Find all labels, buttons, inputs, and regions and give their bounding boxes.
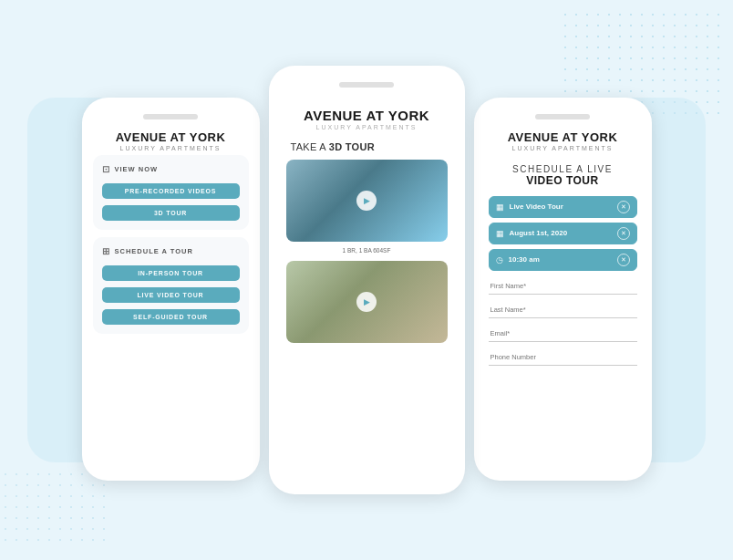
center-content: TAKE A 3D TOUR ▶ 1 BR, 1 BA 604SF ▶ — [282, 141, 452, 348]
tour-type-selector[interactable]: ▦ Live Video Tour ✕ — [489, 196, 637, 218]
apartment-label-1: 1 BR, 1 BA 604SF — [286, 247, 448, 254]
tour-type-close[interactable]: ✕ — [617, 201, 630, 213]
phone-notch-center — [339, 82, 394, 88]
schedule-line2: VIDEO TOUR — [512, 174, 613, 187]
phone-input[interactable] — [489, 349, 637, 366]
brand-subtitle-right: LUXURY APARTMENTS — [508, 145, 618, 151]
phone-center: AVENUE AT YORK LUXURY APARTMENTS TAKE A … — [269, 66, 465, 494]
phones-container: AVENUE AT YORK LUXURY APARTMENTS ⊡ VIEW … — [82, 66, 652, 494]
apartment-image-1[interactable]: ▶ — [286, 160, 448, 242]
right-form-content: ▦ Live Video Tour ✕ ▦ August 1st, 2020 ✕… — [485, 196, 641, 370]
email-input[interactable] — [489, 326, 637, 342]
phone-notch-right — [535, 114, 590, 119]
apartment-image-2[interactable]: ▶ — [286, 261, 448, 343]
tour-time-selector[interactable]: ◷ 10:30 am ✕ — [489, 249, 637, 271]
tour-date-close[interactable]: ✕ — [617, 227, 630, 240]
brand-name-center: AVENUE AT YORK — [304, 108, 429, 124]
view-now-header: ⊡ VIEW NOW — [102, 164, 240, 174]
video-tour-icon: ▦ — [496, 202, 504, 212]
phone-left: AVENUE AT YORK LUXURY APARTMENTS ⊡ VIEW … — [82, 98, 260, 481]
phone-notch-left — [143, 114, 198, 119]
phone-left-title: AVENUE AT YORK LUXURY APARTMENTS — [116, 130, 226, 151]
brand-subtitle-left: LUXURY APARTMENTS — [116, 145, 226, 151]
take-tour-label: TAKE A 3D TOUR — [286, 141, 448, 152]
brand-subtitle-center: LUXURY APARTMENTS — [304, 124, 429, 130]
monitor-icon: ⊡ — [102, 164, 110, 174]
phone-right: AVENUE AT YORK LUXURY APARTMENTS SCHEDUL… — [474, 98, 652, 481]
first-name-input[interactable] — [489, 278, 637, 295]
play-button-1[interactable]: ▶ — [356, 191, 377, 211]
view-now-section: ⊡ VIEW NOW PRE-RECORDED VIDEOS 3D TOUR — [93, 155, 249, 230]
tour-type-text: Live Video Tour — [510, 202, 612, 211]
tour-date-text: August 1st, 2020 — [510, 229, 612, 237]
tour-time-close[interactable]: ✕ — [617, 254, 630, 266]
pre-recorded-button[interactable]: PRE-RECORDED VIDEOS — [102, 183, 240, 199]
clock-icon: ◷ — [496, 255, 503, 264]
live-video-tour-button-left[interactable]: LIVE VIDEO TOUR — [102, 287, 240, 303]
brand-name-right: AVENUE AT YORK — [508, 130, 618, 145]
phone-right-title: AVENUE AT YORK LUXURY APARTMENTS — [508, 130, 618, 151]
3d-tour-button[interactable]: 3D TOUR — [102, 205, 240, 221]
schedule-line1: SCHEDULE A LIVE — [512, 164, 613, 174]
tour-date-selector[interactable]: ▦ August 1st, 2020 ✕ — [489, 223, 637, 244]
play-button-2[interactable]: ▶ — [356, 292, 377, 312]
in-person-tour-button[interactable]: IN-PERSON TOUR — [102, 265, 240, 281]
schedule-tour-section: ⊞ SCHEDULE A TOUR IN-PERSON TOUR LIVE VI… — [93, 237, 249, 334]
schedule-video-title: SCHEDULE A LIVE VIDEO TOUR — [512, 164, 613, 187]
last-name-input[interactable] — [489, 302, 637, 318]
phone-center-title: AVENUE AT YORK LUXURY APARTMENTS — [304, 99, 429, 138]
tour-time-text: 10:30 am — [509, 255, 612, 264]
schedule-tour-header: ⊞ SCHEDULE A TOUR — [102, 246, 240, 256]
brand-name-left: AVENUE AT YORK — [116, 130, 226, 145]
calendar-icon-left: ⊞ — [102, 246, 110, 256]
calendar-icon-right: ▦ — [496, 229, 504, 238]
self-guided-tour-button[interactable]: SELF-GUIDED TOUR — [102, 309, 240, 325]
